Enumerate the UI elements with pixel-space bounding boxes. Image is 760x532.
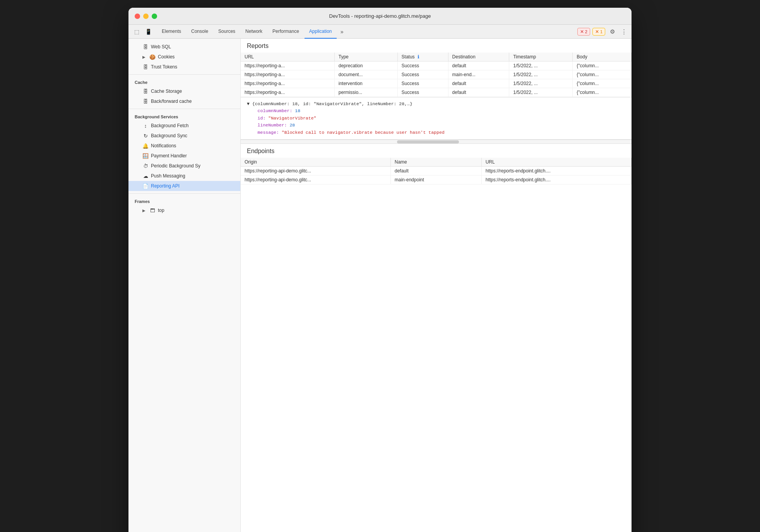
sidebar-item-background-sync[interactable]: ↻ Background Sync xyxy=(128,131,240,141)
error-icon: ✕ xyxy=(580,29,584,34)
main-content: 🗄 Web SQL ▶ 🍪 Cookies 🗄 Trust Tokens Cac… xyxy=(128,39,632,532)
cell-status: Success xyxy=(397,79,448,88)
table-row[interactable]: https://reporting-api-demo.glitc... main… xyxy=(241,175,632,184)
top-frame-icon: 🗔 xyxy=(149,208,156,213)
sidebar-item-push-messaging[interactable]: ☁ Push Messaging xyxy=(128,171,240,181)
close-button[interactable] xyxy=(135,14,140,19)
cell-timestamp: 1/5/2022, ... xyxy=(509,70,573,79)
titlebar: DevTools - reporting-api-demo.glitch.me/… xyxy=(128,8,632,25)
tab-performance[interactable]: Performance xyxy=(268,25,304,39)
background-services-header: Background Services xyxy=(128,111,240,121)
cache-section-header: Cache xyxy=(128,77,240,86)
cell-destination: default xyxy=(448,61,509,70)
cell-type: document... xyxy=(334,70,397,79)
maximize-button[interactable] xyxy=(152,14,157,19)
sidebar-item-payment-handler[interactable]: 🪟 Payment Handler xyxy=(128,151,240,161)
sidebar-item-top[interactable]: ▶ 🗔 top xyxy=(128,205,240,215)
main-panel: Reports URL Type Status ℹ Destinat xyxy=(241,39,632,532)
tab-icon-group: ⬚ 📱 xyxy=(132,27,153,37)
reports-table: URL Type Status ℹ Destination Timestamp … xyxy=(241,53,632,97)
status-help-icon[interactable]: ℹ xyxy=(418,54,419,60)
code-detail-block: ▼ {columnNumber: 18, id: "NavigatorVibra… xyxy=(241,97,632,140)
sidebar-item-notifications[interactable]: 🔔 Notifications xyxy=(128,141,240,151)
cell-timestamp: 1/5/2022, ... xyxy=(509,61,573,70)
cell-url: https://reports-endpoint.glitch.... xyxy=(481,166,631,175)
cursor-icon[interactable]: ⬚ xyxy=(132,27,142,37)
more-options-button[interactable]: ⋮ xyxy=(619,27,628,36)
trust-tokens-icon: 🗄 xyxy=(142,64,149,70)
cell-body: {"column... xyxy=(573,70,632,79)
cookies-icon: 🍪 xyxy=(149,54,156,60)
expand-icon: ▶ xyxy=(142,55,147,59)
sidebar-item-reporting-api[interactable]: 📄 Reporting API xyxy=(128,181,240,191)
more-tabs-button[interactable]: » xyxy=(337,27,347,36)
sidebar: 🗄 Web SQL ▶ 🍪 Cookies 🗄 Trust Tokens Cac… xyxy=(128,39,241,532)
col-name: Name xyxy=(390,158,481,167)
cell-status: Success xyxy=(397,88,448,97)
window-title: DevTools - reporting-api-demo.glitch.me/… xyxy=(329,13,431,19)
reports-table-container[interactable]: URL Type Status ℹ Destination Timestamp … xyxy=(241,53,632,97)
col-body: Body xyxy=(573,53,632,61)
endpoints-section: Endpoints Origin Name URL https: xyxy=(241,144,632,532)
warn-badge[interactable]: ✕ 1 xyxy=(592,28,605,36)
cell-type: permissio... xyxy=(334,88,397,97)
minimize-button[interactable] xyxy=(143,14,149,19)
horizontal-scrollbar[interactable] xyxy=(241,140,632,143)
tab-console[interactable]: Console xyxy=(187,25,213,39)
sidebar-item-web-sql[interactable]: 🗄 Web SQL xyxy=(128,42,240,52)
payment-handler-icon: 🪟 xyxy=(142,153,149,159)
back-forward-cache-icon: 🗄 xyxy=(142,99,149,104)
cell-origin: https://reporting-api-demo.glitc... xyxy=(241,166,390,175)
col-status: Status ℹ xyxy=(397,53,448,61)
col-timestamp: Timestamp xyxy=(509,53,573,61)
code-line-1: ▼ {columnNumber: 18, id: "NavigatorVibra… xyxy=(247,101,625,107)
cell-destination: default xyxy=(448,88,509,97)
reports-title: Reports xyxy=(241,39,632,53)
settings-button[interactable]: ⚙ xyxy=(608,27,617,36)
cell-name: main-endpoint xyxy=(390,175,481,184)
sidebar-item-cache-storage[interactable]: 🗄 Cache Storage xyxy=(128,86,240,96)
sidebar-item-trust-tokens[interactable]: 🗄 Trust Tokens xyxy=(128,62,240,72)
cell-url: https://reporting-a... xyxy=(241,88,334,97)
cell-name: default xyxy=(390,166,481,175)
cell-url: https://reporting-a... xyxy=(241,79,334,88)
error-count: 2 xyxy=(585,29,587,34)
cell-body: {"column... xyxy=(573,88,632,97)
cell-timestamp: 1/5/2022, ... xyxy=(509,88,573,97)
cell-timestamp: 1/5/2022, ... xyxy=(509,79,573,88)
error-badge[interactable]: ✕ 2 xyxy=(577,28,590,36)
col-type: Type xyxy=(334,53,397,61)
reporting-api-icon: 📄 xyxy=(142,183,149,189)
sidebar-item-background-fetch[interactable]: ↕ Background Fetch xyxy=(128,121,240,131)
tab-elements[interactable]: Elements xyxy=(157,25,186,39)
table-row[interactable]: https://reporting-a... permissio... Succ… xyxy=(241,88,632,97)
tab-application[interactable]: Application xyxy=(305,25,337,39)
divider-2 xyxy=(128,109,240,109)
cell-type: deprecation xyxy=(334,61,397,70)
warn-icon: ✕ xyxy=(595,29,599,34)
background-sync-icon: ↻ xyxy=(142,133,149,139)
cell-body: {"column... xyxy=(573,61,632,70)
notifications-icon: 🔔 xyxy=(142,143,149,149)
cell-url: https://reports-endpoint.glitch.... xyxy=(481,175,631,184)
sidebar-item-cookies[interactable]: ▶ 🍪 Cookies xyxy=(128,52,240,62)
sidebar-item-periodic-background-sync[interactable]: ⏱ Periodic Background Sy xyxy=(128,161,240,171)
col-url: URL xyxy=(481,158,631,167)
sidebar-item-back-forward-cache[interactable]: 🗄 Back/forward cache xyxy=(128,96,240,106)
tab-network[interactable]: Network xyxy=(241,25,267,39)
table-row[interactable]: https://reporting-a... intervention Succ… xyxy=(241,79,632,88)
code-line-3: id: "NavigatorVibrate" xyxy=(247,115,625,122)
cell-destination: main-end... xyxy=(448,70,509,79)
scrollbar-thumb[interactable] xyxy=(397,140,459,143)
table-row[interactable]: https://reporting-api-demo.glitc... defa… xyxy=(241,166,632,175)
tab-extras: ✕ 2 ✕ 1 ⚙ ⋮ xyxy=(577,27,628,36)
mobile-icon[interactable]: 📱 xyxy=(143,27,153,37)
cell-destination: default xyxy=(448,79,509,88)
table-row[interactable]: https://reporting-a... deprecation Succe… xyxy=(241,61,632,70)
periodic-bg-sync-icon: ⏱ xyxy=(142,163,149,169)
table-row[interactable]: https://reporting-a... document... Succe… xyxy=(241,70,632,79)
tab-sources[interactable]: Sources xyxy=(214,25,240,39)
endpoints-table: Origin Name URL https://reporting-api-de… xyxy=(241,158,632,184)
divider-3 xyxy=(128,193,240,194)
endpoints-table-container[interactable]: Origin Name URL https://reporting-api-de… xyxy=(241,158,632,532)
